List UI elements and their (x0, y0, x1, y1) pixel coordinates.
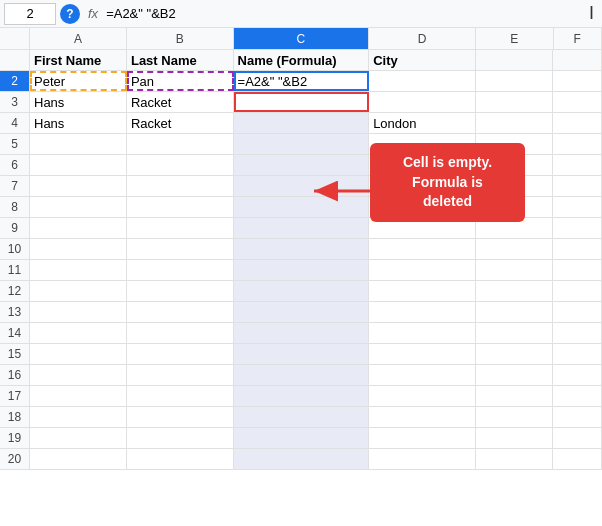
cell-f2[interactable] (553, 71, 602, 91)
cell-a6[interactable] (30, 155, 127, 175)
cell-e10[interactable] (476, 239, 554, 259)
cell-e14[interactable] (476, 323, 554, 343)
cell-d2[interactable] (369, 71, 476, 91)
cell-d-header[interactable]: City (369, 50, 476, 70)
cell-b13[interactable] (127, 302, 234, 322)
cell-c3[interactable] (234, 92, 370, 112)
cell-b17[interactable] (127, 386, 234, 406)
cell-f12[interactable] (553, 281, 602, 301)
cell-e11[interactable] (476, 260, 554, 280)
cell-f20[interactable] (553, 449, 602, 469)
cell-a2[interactable]: Peter (30, 71, 127, 91)
cell-e15[interactable] (476, 344, 554, 364)
cell-b8[interactable] (127, 197, 234, 217)
cell-d10[interactable] (369, 239, 476, 259)
cell-a4[interactable]: Hans (30, 113, 127, 133)
cell-d20[interactable] (369, 449, 476, 469)
cell-b11[interactable] (127, 260, 234, 280)
cell-d18[interactable] (369, 407, 476, 427)
cell-d17[interactable] (369, 386, 476, 406)
cell-e18[interactable] (476, 407, 554, 427)
cell-b12[interactable] (127, 281, 234, 301)
cell-b19[interactable] (127, 428, 234, 448)
cell-a9[interactable] (30, 218, 127, 238)
cell-a17[interactable] (30, 386, 127, 406)
cell-f11[interactable] (553, 260, 602, 280)
cell-b6[interactable] (127, 155, 234, 175)
cell-f15[interactable] (553, 344, 602, 364)
cell-a-header[interactable]: First Name (30, 50, 127, 70)
cell-a16[interactable] (30, 365, 127, 385)
cell-c6[interactable] (234, 155, 370, 175)
cell-f-header[interactable] (553, 50, 602, 70)
cell-c19[interactable] (234, 428, 370, 448)
cell-b5[interactable] (127, 134, 234, 154)
cell-c14[interactable] (234, 323, 370, 343)
cell-a11[interactable] (30, 260, 127, 280)
cell-a5[interactable] (30, 134, 127, 154)
cell-c10[interactable] (234, 239, 370, 259)
col-header-a[interactable]: A (30, 28, 127, 49)
cell-e16[interactable] (476, 365, 554, 385)
cell-c15[interactable] (234, 344, 370, 364)
cell-a3[interactable]: Hans (30, 92, 127, 112)
cell-e13[interactable] (476, 302, 554, 322)
cell-e20[interactable] (476, 449, 554, 469)
cell-a15[interactable] (30, 344, 127, 364)
cell-a19[interactable] (30, 428, 127, 448)
cell-c-header[interactable]: Name (Formula) (234, 50, 370, 70)
formula-content[interactable]: =A2&" "&B2 (106, 6, 581, 21)
col-header-c[interactable]: C (234, 28, 370, 49)
cell-f17[interactable] (553, 386, 602, 406)
cell-b20[interactable] (127, 449, 234, 469)
col-header-d[interactable]: D (369, 28, 476, 49)
cell-f14[interactable] (553, 323, 602, 343)
cell-c9[interactable] (234, 218, 370, 238)
cell-d15[interactable] (369, 344, 476, 364)
cell-a8[interactable] (30, 197, 127, 217)
cell-c11[interactable] (234, 260, 370, 280)
cell-c12[interactable] (234, 281, 370, 301)
col-header-e[interactable]: E (476, 28, 554, 49)
cell-b7[interactable] (127, 176, 234, 196)
cell-b3[interactable]: Racket (127, 92, 234, 112)
cell-c18[interactable] (234, 407, 370, 427)
cell-b4[interactable]: Racket (127, 113, 234, 133)
cell-e4[interactable] (476, 113, 554, 133)
cell-b14[interactable] (127, 323, 234, 343)
cell-f9[interactable] (553, 218, 602, 238)
cell-d4[interactable]: London (369, 113, 476, 133)
cell-d14[interactable] (369, 323, 476, 343)
cell-d16[interactable] (369, 365, 476, 385)
cell-e19[interactable] (476, 428, 554, 448)
cell-c17[interactable] (234, 386, 370, 406)
cell-b10[interactable] (127, 239, 234, 259)
cell-f5[interactable] (553, 134, 602, 154)
cell-f10[interactable] (553, 239, 602, 259)
cell-f8[interactable] (553, 197, 602, 217)
cell-a13[interactable] (30, 302, 127, 322)
cell-c2[interactable]: =A2&" "&B2 (234, 71, 370, 91)
cell-c5[interactable] (234, 134, 370, 154)
cell-a7[interactable] (30, 176, 127, 196)
cell-f19[interactable] (553, 428, 602, 448)
cell-f3[interactable] (553, 92, 602, 112)
cell-c4[interactable] (234, 113, 370, 133)
formula-help-button[interactable]: ? (60, 4, 80, 24)
cell-f4[interactable] (553, 113, 602, 133)
cell-reference-box[interactable]: 2 (4, 3, 56, 25)
cell-a18[interactable] (30, 407, 127, 427)
cell-b15[interactable] (127, 344, 234, 364)
cell-e-header[interactable] (476, 50, 554, 70)
col-header-b[interactable]: B (127, 28, 234, 49)
cell-f16[interactable] (553, 365, 602, 385)
cell-b16[interactable] (127, 365, 234, 385)
cell-b18[interactable] (127, 407, 234, 427)
cell-c16[interactable] (234, 365, 370, 385)
cell-a20[interactable] (30, 449, 127, 469)
cell-f13[interactable] (553, 302, 602, 322)
cell-d19[interactable] (369, 428, 476, 448)
cell-f18[interactable] (553, 407, 602, 427)
cell-a14[interactable] (30, 323, 127, 343)
cell-e17[interactable] (476, 386, 554, 406)
